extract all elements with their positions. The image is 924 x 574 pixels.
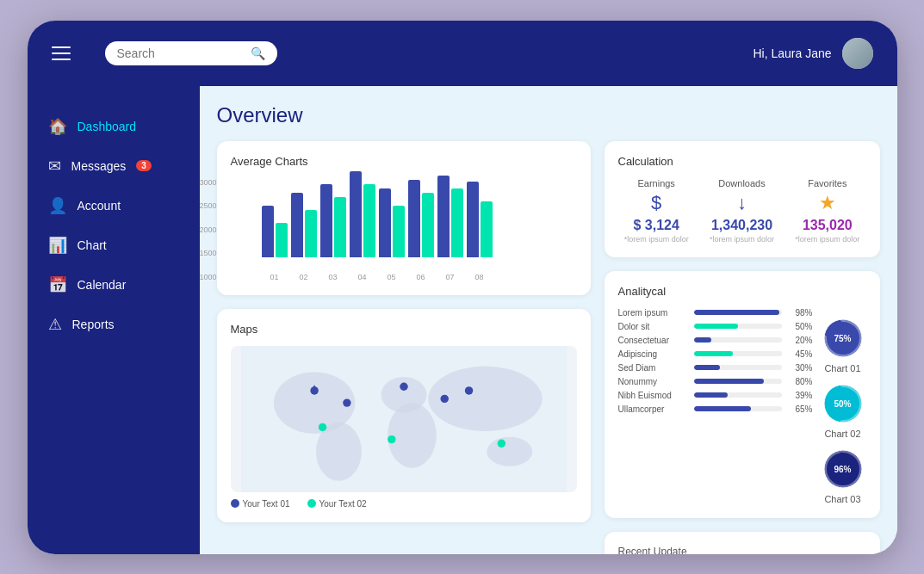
donut-label-2: 96%	[834, 464, 851, 473]
sidebar-item-account[interactable]: 👤 Account	[28, 186, 200, 225]
ana-pct-4: 30%	[789, 363, 813, 373]
favorites-label: Favorites	[789, 178, 865, 188]
y-label-4: 1000	[200, 273, 217, 281]
bar-group-0	[262, 206, 288, 257]
user-icon: 👤	[48, 196, 67, 215]
topbar-right: Hi, Laura Jane	[753, 38, 872, 69]
ana-bar-bg-3	[694, 351, 782, 356]
calculation-card: Calculation Earnings $ $ 3,124 *lorem ip…	[605, 141, 880, 257]
bar-green-5	[422, 193, 434, 257]
sidebar-label-chart: Chart	[78, 238, 107, 252]
sidebar-label-calendar: Calendar	[78, 278, 127, 292]
donut-chart-0: 75%	[820, 315, 866, 361]
bar-group-4	[379, 188, 405, 257]
bar-green-1	[305, 210, 317, 257]
sidebar-item-dashboard[interactable]: 🏠 Dashboard	[28, 107, 200, 146]
content-area: Overview Average Charts 3000 2500 2000 1…	[200, 86, 897, 554]
svg-point-4	[388, 403, 437, 468]
y-label-3: 1500	[200, 249, 217, 257]
analytical-row-5: Nonummy 80%	[618, 377, 813, 386]
legend-dot-2	[307, 499, 316, 508]
svg-point-13	[318, 423, 326, 430]
sidebar-label-dashboard: Dashboard	[78, 120, 137, 133]
legend-label-2: Your Text 02	[319, 499, 367, 509]
sidebar: 🏠 Dashboard ✉ Messages 3 👤 Account 📊 Cha…	[28, 86, 200, 554]
svg-point-15	[497, 439, 505, 447]
ana-bar-fill-5	[694, 379, 765, 384]
calc-downloads: Downloads ↓ 1,340,230 *lorem ipsum dolor	[704, 178, 780, 244]
sidebar-item-chart[interactable]: 📊 Chart	[28, 225, 200, 265]
bar-green-0	[276, 223, 288, 257]
x-label-0: 01	[262, 273, 288, 281]
download-icon: ↓	[704, 192, 780, 214]
analytical-row-3: Adipiscing 45%	[618, 349, 813, 359]
sidebar-item-messages[interactable]: ✉ Messages 3	[28, 146, 200, 186]
calc-earnings: Earnings $ $ 3,124 *lorem ipsum dolor	[618, 178, 695, 244]
analytical-card: Analitycal Lorem ipsum 98% Dolor sit 50%…	[605, 271, 880, 518]
favorites-value: 135,020	[789, 218, 865, 233]
bar-green-3	[363, 184, 375, 257]
sidebar-label-account: Account	[78, 199, 121, 213]
sidebar-item-reports[interactable]: ⚠ Reports	[28, 305, 200, 344]
bar-group-2	[320, 184, 346, 257]
sidebar-label-messages: Messages	[71, 159, 127, 173]
earnings-value: $ 3,124	[618, 218, 695, 233]
x-label-2: 03	[320, 273, 346, 281]
ana-bar-fill-0	[694, 310, 780, 315]
donut-name-2: Chart 03	[824, 494, 860, 504]
analytical-row-1: Dolor sit 50%	[618, 322, 813, 331]
bar-blue-5	[408, 180, 420, 257]
search-input[interactable]	[117, 46, 244, 60]
ana-bar-bg-7	[694, 406, 782, 411]
star-icon: ★	[789, 192, 865, 214]
legend-label-1: Your Text 01	[243, 499, 290, 509]
ana-bar-bg-2	[694, 337, 782, 343]
x-label-5: 06	[408, 273, 434, 281]
legend-dot-1	[231, 499, 239, 508]
maps-title: Maps	[231, 323, 577, 336]
bar-blue-2	[320, 184, 332, 257]
analytical-title: Analitycal	[618, 285, 866, 298]
bar-blue-1	[291, 193, 303, 257]
x-label-1: 02	[291, 273, 317, 281]
sidebar-item-calendar[interactable]: 📅 Calendar	[28, 265, 200, 305]
calc-grid: Earnings $ $ 3,124 *lorem ipsum dolor Do…	[618, 178, 866, 244]
analytical-row-2: Consectetuar 20%	[618, 336, 813, 345]
bar-group-7	[467, 182, 493, 257]
analytical-bars: Lorem ipsum 98% Dolor sit 50% Consectetu…	[618, 308, 813, 504]
legend-item-2: Your Text 02	[307, 499, 367, 509]
svg-point-11	[464, 386, 472, 394]
home-icon: 🏠	[48, 117, 67, 136]
ana-bar-bg-5	[694, 379, 782, 384]
bar-group-6	[437, 176, 463, 257]
recent-title: Recent Update	[618, 546, 866, 554]
earnings-sub: *lorem ipsum dolor	[618, 235, 695, 244]
left-column: Average Charts 3000 2500 2000 1500 1000	[217, 141, 591, 554]
map-area	[231, 346, 577, 492]
downloads-label: Downloads	[704, 178, 780, 188]
hamburger-menu[interactable]	[52, 46, 71, 60]
donut-item-0: 75% Chart 01	[820, 315, 866, 373]
avatar[interactable]	[842, 38, 873, 69]
messages-badge: 3	[136, 160, 152, 171]
legend-item-1: Your Text 01	[231, 499, 290, 509]
ana-bar-bg-1	[694, 324, 782, 329]
favorites-sub: *lorem ipsum dolor	[789, 235, 865, 244]
donut-chart-2: 96%	[820, 446, 866, 492]
ana-pct-3: 45%	[789, 349, 813, 359]
bar-green-2	[334, 197, 346, 257]
ana-label-1: Dolor sit	[618, 322, 687, 331]
main-layout: 🏠 Dashboard ✉ Messages 3 👤 Account 📊 Cha…	[28, 86, 897, 554]
ana-label-4: Sed Diam	[618, 363, 687, 373]
bar-green-4	[393, 206, 405, 257]
ana-pct-6: 39%	[789, 391, 813, 400]
x-label-6: 07	[437, 273, 463, 281]
alert-icon: ⚠	[48, 315, 62, 334]
search-bar[interactable]: 🔍	[105, 41, 277, 65]
bar-group-5	[408, 180, 434, 257]
map-legend: Your Text 01 Your Text 02	[231, 499, 577, 509]
dollar-icon: $	[618, 192, 695, 214]
earnings-label: Earnings	[618, 178, 695, 188]
sidebar-label-reports: Reports	[72, 318, 115, 331]
svg-point-10	[400, 382, 407, 390]
